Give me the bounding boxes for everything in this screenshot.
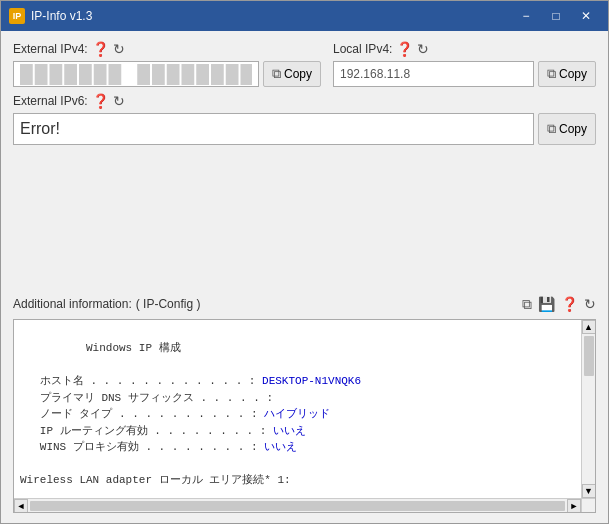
- scroll-down-button[interactable]: ▼: [582, 484, 596, 498]
- window-title: IP-Info v1.3: [31, 9, 512, 23]
- additional-refresh-icon[interactable]: ↻: [584, 296, 596, 312]
- hscroll-thumb[interactable]: [30, 501, 565, 511]
- local-ipv4-input-row: ⧉ Copy: [333, 61, 596, 87]
- additional-info-header: Additional information: ( IP-Config ) ⧉ …: [13, 296, 596, 313]
- local-ipv4-input[interactable]: [333, 61, 534, 87]
- additional-header-icons: ⧉ 💾 ❓ ↻: [522, 296, 596, 313]
- horizontal-scrollbar[interactable]: ◄ ►: [14, 498, 581, 512]
- main-window: IP IP-Info v1.3 − □ ✕ External IPv4: ❓ ↻: [0, 0, 609, 524]
- minimize-button[interactable]: −: [512, 6, 540, 26]
- external-ipv4-help-icon[interactable]: ❓: [92, 41, 109, 57]
- additional-help-icon[interactable]: ❓: [561, 296, 578, 312]
- copy-icon-2: ⧉: [547, 66, 556, 82]
- info-box: Windows IP 構成 ホスト名 . . . . . . . . . . .…: [13, 319, 596, 514]
- copy-icon-3: ⧉: [547, 121, 556, 137]
- window-controls: − □ ✕: [512, 6, 600, 26]
- titlebar: IP IP-Info v1.3 − □ ✕: [1, 1, 608, 31]
- external-ipv4-input[interactable]: [13, 61, 259, 87]
- app-icon: IP: [9, 8, 25, 24]
- scroll-right-button[interactable]: ►: [567, 499, 581, 513]
- local-ipv4-help-icon[interactable]: ❓: [396, 41, 413, 57]
- maximize-button[interactable]: □: [542, 6, 570, 26]
- local-ipv4-refresh-icon[interactable]: ↻: [417, 41, 429, 57]
- copy-content-icon[interactable]: ⧉: [522, 296, 532, 313]
- horizontal-scrollbar-row: ◄ ►: [14, 498, 595, 512]
- local-ipv4-group: Local IPv4: ❓ ↻ ⧉ Copy: [333, 41, 596, 87]
- external-ipv4-label: External IPv4: ❓ ↻: [13, 41, 321, 57]
- info-text-area[interactable]: Windows IP 構成 ホスト名 . . . . . . . . . . .…: [14, 320, 581, 499]
- external-ipv6-copy-button[interactable]: ⧉ Copy: [538, 113, 596, 145]
- scroll-up-button[interactable]: ▲: [582, 320, 596, 334]
- external-ipv6-input[interactable]: [13, 113, 534, 145]
- ipv4-row: External IPv4: ❓ ↻ ⧉ Copy Local IPv4: ❓: [13, 41, 596, 87]
- external-ipv6-input-row: ⧉ Copy: [13, 113, 596, 145]
- content-area: External IPv4: ❓ ↻ ⧉ Copy Local IPv4: ❓: [1, 31, 608, 523]
- external-ipv4-group: External IPv4: ❓ ↻ ⧉ Copy: [13, 41, 321, 87]
- external-ipv4-copy-button[interactable]: ⧉ Copy: [263, 61, 321, 87]
- scroll-corner: [581, 498, 595, 512]
- save-icon[interactable]: 💾: [538, 296, 555, 312]
- external-ipv4-input-row: ⧉ Copy: [13, 61, 321, 87]
- local-ipv4-copy-button[interactable]: ⧉ Copy: [538, 61, 596, 87]
- vertical-scrollbar[interactable]: ▲ ▼: [581, 320, 595, 499]
- copy-icon: ⧉: [272, 66, 281, 82]
- external-ipv6-help-icon[interactable]: ❓: [92, 93, 109, 109]
- info-content-text: Windows IP 構成 ホスト名 . . . . . . . . . . .…: [20, 342, 504, 498]
- additional-label: Additional information: ( IP-Config ): [13, 297, 200, 311]
- close-button[interactable]: ✕: [572, 6, 600, 26]
- local-ipv4-label: Local IPv4: ❓ ↻: [333, 41, 596, 57]
- external-ipv6-group: External IPv6: ❓ ↻ ⧉ Copy: [13, 93, 596, 286]
- external-ipv6-label: External IPv6: ❓ ↻: [13, 93, 596, 109]
- external-ipv4-refresh-icon[interactable]: ↻: [113, 41, 125, 57]
- scroll-left-button[interactable]: ◄: [14, 499, 28, 513]
- external-ipv6-refresh-icon[interactable]: ↻: [113, 93, 125, 109]
- scroll-thumb[interactable]: [584, 336, 594, 376]
